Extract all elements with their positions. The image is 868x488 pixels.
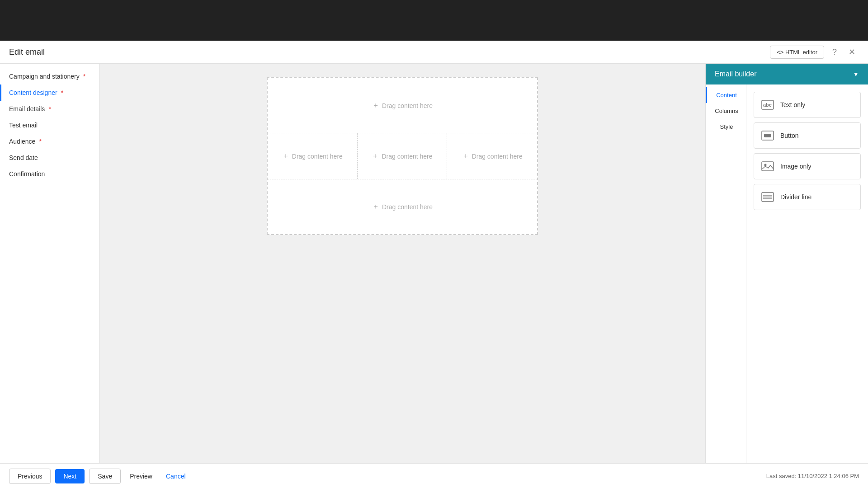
tab-style-label: Style <box>720 123 733 130</box>
email-canvas: ＋ Drag content here ＋ Drag content here … <box>267 77 538 235</box>
drag-zone-2c[interactable]: ＋ Drag content here <box>447 133 537 179</box>
sidebar-item-audience[interactable]: Audience * <box>0 133 99 150</box>
plus-icon: ＋ <box>372 101 379 110</box>
canvas-row-1: ＋ Drag content here <box>268 78 537 133</box>
button-icon <box>760 128 775 143</box>
content-block-button-label: Button <box>780 132 798 139</box>
drag-zone-label: Drag content here <box>382 203 433 211</box>
sidebar-item-label: Confirmation <box>9 170 45 178</box>
content-block-divider-line[interactable]: Divider line <box>754 184 861 210</box>
sidebar-item-confirmation[interactable]: Confirmation <box>0 166 99 182</box>
tab-columns-label: Columns <box>715 108 738 114</box>
bottom-bar: Previous Next Save Preview Cancel Last s… <box>0 463 868 488</box>
cancel-button[interactable]: Cancel <box>161 469 190 483</box>
email-builder-header: Email builder ▼ <box>706 64 868 84</box>
plus-icon: ＋ <box>372 151 379 161</box>
drag-zone-3[interactable]: ＋ Drag content here <box>268 179 537 234</box>
drag-zone-2a[interactable]: ＋ Drag content here <box>268 133 358 179</box>
help-icon-button[interactable]: ? <box>829 46 840 59</box>
header-actions: <> HTML editor ? ✕ <box>770 45 859 59</box>
sidebar-item-content-designer[interactable]: Content designer * <box>0 84 99 101</box>
right-content: abc Text only Button <box>746 84 868 463</box>
drag-zone-2b[interactable]: ＋ Drag content here <box>358 133 448 179</box>
save-button[interactable]: Save <box>89 469 121 484</box>
text-only-icon: abc <box>760 98 775 112</box>
chevron-down-icon: ▼ <box>853 70 859 78</box>
canvas-area: ＋ Drag content here ＋ Drag content here … <box>99 64 705 463</box>
image-only-icon <box>760 159 775 174</box>
required-star: * <box>48 105 51 113</box>
required-star: * <box>39 138 41 145</box>
drag-zone-label: Drag content here <box>382 102 433 109</box>
divider-line-icon <box>760 190 775 204</box>
svg-point-5 <box>764 164 767 166</box>
sidebar: Campaign and stationery * Content design… <box>0 64 99 463</box>
last-saved-text: Last saved: 11/10/2022 1:24:06 PM <box>766 473 859 479</box>
content-block-text-only-label: Text only <box>780 101 805 108</box>
sidebar-item-label: Email details <box>9 105 45 113</box>
content-block-text-only[interactable]: abc Text only <box>754 92 861 118</box>
right-tabs: Content Columns Style <box>706 84 746 463</box>
previous-button[interactable]: Previous <box>9 469 51 484</box>
html-editor-button[interactable]: <> HTML editor <box>770 46 824 59</box>
sidebar-item-campaign[interactable]: Campaign and stationery * <box>0 68 99 84</box>
sidebar-item-test-email[interactable]: Test email <box>0 117 99 133</box>
tab-content-label: Content <box>716 92 737 99</box>
required-star: * <box>83 73 85 80</box>
tab-columns[interactable]: Columns <box>706 103 746 119</box>
drag-zone-label: Drag content here <box>382 153 432 160</box>
sidebar-item-label: Send date <box>9 154 38 161</box>
page-title: Edit email <box>9 47 45 57</box>
close-icon-button[interactable]: ✕ <box>845 45 859 59</box>
sidebar-item-label: Test email <box>9 122 38 129</box>
content-block-button[interactable]: Button <box>754 122 861 149</box>
canvas-row-3: ＋ Drag content here <box>268 179 537 234</box>
svg-rect-4 <box>762 162 774 171</box>
plus-icon: ＋ <box>372 202 379 211</box>
sidebar-item-email-details[interactable]: Email details * <box>0 101 99 117</box>
next-button[interactable]: Next <box>55 469 85 483</box>
plus-icon: ＋ <box>462 151 469 161</box>
top-bar <box>0 0 868 41</box>
right-panel: Email builder ▼ Content Columns Style <box>705 64 868 463</box>
content-block-image-only-label: Image only <box>780 163 811 170</box>
svg-rect-3 <box>764 134 771 137</box>
drag-zone-label: Drag content here <box>472 153 523 160</box>
sidebar-item-send-date[interactable]: Send date <box>0 150 99 166</box>
tab-content[interactable]: Content <box>706 87 746 103</box>
drag-zone-1[interactable]: ＋ Drag content here <box>268 78 537 133</box>
content-block-image-only[interactable]: Image only <box>754 153 861 179</box>
email-builder-title: Email builder <box>715 70 756 78</box>
right-panel-body: Content Columns Style abc <box>706 84 868 463</box>
svg-text:abc: abc <box>763 102 772 108</box>
sidebar-item-label: Campaign and stationery <box>9 73 80 80</box>
main-layout: Campaign and stationery * Content design… <box>0 64 868 463</box>
required-star: * <box>61 89 63 96</box>
tab-style[interactable]: Style <box>706 119 746 135</box>
page-header: Edit email <> HTML editor ? ✕ <box>0 41 868 64</box>
preview-button[interactable]: Preview <box>125 469 157 483</box>
content-block-divider-line-label: Divider line <box>780 193 811 201</box>
sidebar-item-label: Content designer <box>9 89 57 96</box>
plus-icon: ＋ <box>282 151 289 161</box>
canvas-row-2: ＋ Drag content here ＋ Drag content here … <box>268 133 537 179</box>
sidebar-item-label: Audience <box>9 138 35 145</box>
drag-zone-label: Drag content here <box>292 153 343 160</box>
